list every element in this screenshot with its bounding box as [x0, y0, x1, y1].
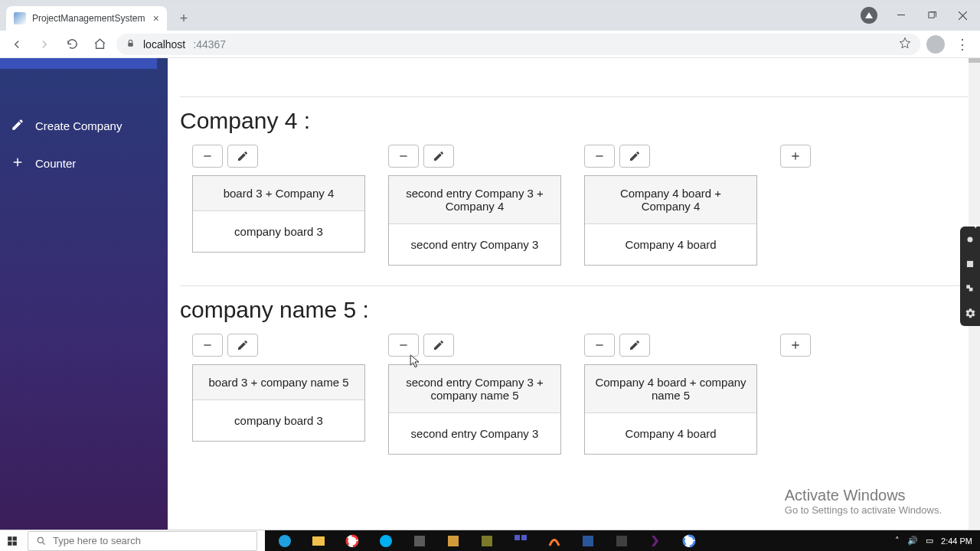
main-content: Company 4 : board 3 + Company 4 company … — [168, 58, 980, 530]
taskbar-app-icon[interactable] — [510, 533, 531, 549]
widget-item-icon[interactable] — [960, 280, 980, 297]
taskbar-app-icon[interactable] — [611, 533, 632, 549]
browser-toolbar: localhost:44367 ⋮ — [0, 31, 980, 58]
menu-icon[interactable]: ⋮ — [956, 42, 969, 47]
system-tray[interactable]: ˄ 🔊 ▭ 2:44 PM — [887, 530, 980, 552]
taskbar: Type here to search ˄ 🔊 ▭ 2:44 PM — [0, 530, 980, 551]
board-card[interactable]: second entry Company 3 + company name 5 … — [388, 364, 561, 455]
svg-rect-8 — [128, 42, 133, 46]
lock-icon — [126, 38, 136, 51]
tray-battery-icon[interactable]: ▭ — [926, 536, 933, 546]
dev-side-widget[interactable]: ✦ — [960, 227, 980, 326]
board-card[interactable]: Company 4 board + Company 4 Company 4 bo… — [584, 175, 757, 266]
close-tab-icon[interactable]: × — [153, 12, 159, 24]
bookmark-icon[interactable] — [899, 37, 911, 51]
remove-board-button[interactable] — [388, 334, 419, 357]
start-button[interactable] — [0, 530, 24, 552]
pin-icon[interactable]: ✦ — [972, 222, 978, 230]
edit-board-button[interactable] — [619, 334, 650, 357]
edit-board-button[interactable] — [423, 145, 454, 168]
gear-icon[interactable] — [960, 305, 980, 321]
sidebar-item-label: Create Company — [35, 119, 122, 132]
back-button[interactable] — [6, 34, 28, 55]
remove-board-button[interactable] — [192, 145, 223, 168]
add-board-button[interactable] — [780, 334, 811, 357]
svg-rect-12 — [204, 344, 211, 345]
svg-point-25 — [279, 535, 291, 547]
board-card-title: Company 4 board + Company 4 — [585, 176, 756, 224]
svg-point-29 — [380, 535, 392, 547]
window-controls — [861, 3, 980, 28]
company-title: Company 4 : — [180, 108, 968, 134]
remove-board-button[interactable] — [584, 334, 615, 357]
taskbar-app-icon[interactable] — [409, 533, 430, 549]
sidebar-item-counter[interactable]: Counter — [0, 145, 168, 182]
new-tab-button[interactable]: + — [173, 8, 194, 29]
svg-rect-21 — [8, 541, 11, 545]
edit-board-button[interactable] — [423, 334, 454, 357]
svg-rect-13 — [400, 344, 407, 345]
widget-item-icon[interactable] — [960, 231, 980, 248]
svg-rect-31 — [448, 536, 459, 546]
widget-item-icon[interactable] — [960, 256, 980, 272]
taskbar-app-icon[interactable] — [443, 533, 464, 549]
board-card[interactable]: Company 4 board + company name 5 Company… — [584, 364, 757, 455]
board-card[interactable]: second entry Company 3 + Company 4 secon… — [388, 175, 561, 266]
close-window-icon[interactable] — [956, 8, 969, 22]
board-column — [780, 145, 811, 175]
svg-rect-30 — [414, 536, 425, 546]
remove-board-button[interactable] — [584, 145, 615, 168]
svg-rect-36 — [616, 536, 627, 546]
tray-volume-icon[interactable]: 🔊 — [907, 536, 918, 546]
tray-chevron-icon[interactable]: ˄ — [895, 536, 900, 546]
board-card-title: second entry Company 3 + company name 5 — [389, 365, 560, 413]
svg-rect-26 — [312, 536, 325, 546]
taskbar-app-icon[interactable] — [274, 533, 296, 549]
board-card-body: Company 4 board — [585, 224, 756, 265]
reload-button[interactable] — [61, 34, 83, 55]
taskbar-app-icon[interactable] — [308, 533, 329, 549]
taskbar-search[interactable]: Type here to search — [28, 531, 257, 551]
board-column: board 3 + company name 5 company board 3 — [192, 334, 365, 442]
board-column: Company 4 board + company name 5 Company… — [584, 334, 757, 455]
edit-board-button[interactable] — [227, 145, 258, 168]
svg-rect-14 — [596, 344, 603, 345]
board-card[interactable]: board 3 + Company 4 company board 3 — [192, 175, 365, 253]
taskbar-app-icon[interactable] — [341, 533, 363, 549]
svg-line-24 — [43, 542, 45, 544]
browser-tab[interactable]: ProjectManagementSystem × — [6, 6, 167, 31]
maximize-icon[interactable] — [925, 8, 939, 22]
taskbar-app-icon[interactable] — [645, 533, 666, 549]
svg-rect-19 — [8, 536, 11, 540]
forward-button[interactable] — [34, 34, 55, 55]
board-column: second entry Company 3 + Company 4 secon… — [388, 145, 561, 266]
url-host: localhost — [143, 38, 185, 51]
profile-badge-icon[interactable] — [861, 7, 877, 24]
svg-rect-35 — [583, 536, 593, 546]
board-card[interactable]: board 3 + company name 5 company board 3 — [192, 364, 365, 442]
edit-board-button[interactable] — [619, 145, 650, 168]
taskbar-app-icon[interactable] — [476, 533, 498, 549]
address-bar[interactable]: localhost:44367 — [116, 34, 920, 55]
taskbar-app-icon[interactable] — [577, 533, 599, 549]
avatar[interactable] — [926, 35, 945, 54]
board-card-title: second entry Company 3 + Company 4 — [389, 176, 560, 224]
board-card-body: second entry Company 3 — [389, 224, 560, 265]
minimize-icon[interactable] — [894, 8, 908, 22]
svg-rect-2 — [928, 11, 933, 17]
board-card-body: company board 3 — [193, 400, 364, 441]
taskbar-app-icon[interactable] — [544, 533, 565, 549]
svg-point-15 — [968, 237, 973, 243]
taskbar-app-icon[interactable] — [678, 533, 700, 549]
add-board-button[interactable] — [780, 145, 811, 168]
home-button[interactable] — [89, 34, 110, 55]
sidebar-item-create-company[interactable]: Create Company — [0, 107, 168, 145]
edit-board-button[interactable] — [227, 334, 258, 357]
svg-rect-11 — [596, 155, 603, 156]
company-section: company name 5 : board 3 + company name … — [180, 285, 968, 455]
remove-board-button[interactable] — [192, 334, 223, 357]
remove-board-button[interactable] — [388, 145, 419, 168]
board-column: second entry Company 3 + company name 5 … — [388, 334, 561, 455]
tray-time: 2:44 PM — [941, 536, 972, 546]
taskbar-app-icon[interactable] — [375, 533, 397, 549]
